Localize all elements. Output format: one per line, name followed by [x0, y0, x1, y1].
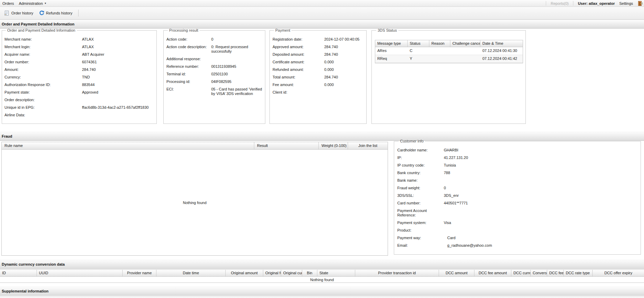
field-label: Action code description: — [166, 45, 211, 54]
field-value: 001311938945 — [211, 64, 263, 69]
column-header[interactable]: Result — [254, 142, 319, 149]
field-value: 0.000 — [324, 60, 364, 64]
column-header[interactable]: DCC amount — [439, 270, 474, 276]
section-header-order-info: Order and Payment Detailed Information — [0, 20, 644, 29]
field-row: 3DS/SSL:3DS_enr — [397, 193, 638, 198]
field-row: Fraud weight:0 — [397, 186, 638, 190]
dcc-table-body: Nothing found — [0, 277, 644, 283]
column-header[interactable]: Rule name — [2, 142, 254, 149]
column-header[interactable]: DCC fee — [547, 270, 564, 276]
menu-reports[interactable]: Reports(0) — [551, 1, 569, 6]
field-row: IP country code:Tunisia — [397, 163, 638, 168]
threeds-status-panel: 3DS Status Message typeStatusReasonChall… — [371, 28, 526, 124]
field-row: Action code description:0: Request proce… — [166, 45, 263, 54]
field-row: IP:41.227.131.20 — [397, 156, 638, 160]
menu-orders[interactable]: Orders — [2, 1, 14, 6]
column-header[interactable]: Weight (0-100) — [319, 142, 348, 149]
field-value: ffac6d8b-313d-4ac2-a271-657af2ff1830 — [82, 105, 154, 110]
field-label: Acquirer name: — [4, 52, 82, 57]
column-header[interactable]: Provider transaction id — [355, 270, 439, 276]
field-row: Certificate amount:0.000 — [273, 60, 364, 64]
field-row: Processing id:04IF082595 — [166, 79, 263, 84]
field-label: Order number: — [4, 60, 82, 64]
column-header[interactable]: Bin — [302, 270, 317, 276]
order-history-button[interactable]: Order history — [1, 9, 36, 17]
field-label: Processing id: — [166, 79, 211, 84]
order-info-fields: Merchant name:ATLAXMerchant login:ATLAXA… — [4, 37, 154, 117]
column-header[interactable]: Original currency — [281, 270, 302, 276]
customer-info-panel: Customer info Cardholder name:GHARBIIP:4… — [394, 139, 641, 255]
field-value: Approved — [82, 90, 154, 95]
menu-administration-label: Administration — [19, 1, 43, 6]
separator — [78, 10, 79, 17]
column-header[interactable]: UUID — [37, 270, 123, 276]
column-header[interactable]: Original amount — [226, 270, 263, 276]
field-row: Bank country:788 — [397, 171, 638, 175]
dcc-table-header: IDUUIDProvider nameDate timeOriginal amo… — [0, 270, 644, 277]
column-header[interactable]: DCC rate type — [564, 270, 593, 276]
table-cell: C — [408, 47, 429, 55]
column-header[interactable]: Status — [408, 40, 429, 47]
field-label: Additional response: — [166, 57, 211, 61]
column-header[interactable]: ID — [0, 270, 37, 276]
field-row: Merchant name:ATLAX — [4, 37, 154, 42]
field-label: Action code: — [166, 37, 211, 42]
column-header[interactable]: Message type — [375, 40, 408, 47]
field-row: Email:g_radhouane@yahoo.com — [397, 243, 638, 248]
payment-legend: Payment — [274, 28, 292, 32]
field-value: 0.000 — [324, 67, 364, 72]
field-label: Payment state: — [4, 90, 82, 95]
fraud-rules-table: Rule nameResultWeight (0-100)Join the li… — [1, 142, 388, 256]
processing-result-legend: Processing result — [168, 28, 200, 32]
field-value — [82, 98, 154, 102]
field-label: Card number: — [397, 201, 444, 205]
field-label: Payment way: — [397, 236, 444, 240]
field-label: Fraud weight: — [397, 186, 444, 190]
field-row: Currency:TND — [4, 75, 154, 79]
table-cell — [429, 47, 450, 55]
table-row: AResC07.12.2024 00:41:30 — [375, 47, 523, 55]
field-row: Action code:0 — [166, 37, 263, 42]
field-value — [211, 57, 263, 61]
column-header[interactable]: Join the list — [348, 142, 388, 149]
field-label: Fee amount: — [273, 83, 324, 87]
menu-administration[interactable]: Administration ▼ — [19, 1, 47, 6]
column-header[interactable]: Date time — [156, 270, 226, 276]
field-row: Merchant login:ATLAX — [4, 45, 154, 49]
field-value: 0: Request processed successfully — [211, 45, 263, 54]
order-history-icon — [4, 10, 10, 16]
refunds-history-button[interactable]: Refunds history — [36, 9, 75, 17]
processing-result-fields: Action code:0Action code description:0: … — [166, 37, 263, 96]
column-header[interactable]: DCC currency — [511, 270, 531, 276]
column-header[interactable]: Conversion — [531, 270, 547, 276]
grid-header-row: Rule nameResultWeight (0-100)Join the li… — [2, 142, 388, 150]
table-cell: 07.12.2024 00:41:42 — [480, 55, 523, 63]
logout-door-icon[interactable] — [637, 1, 643, 6]
table-cell: Y — [408, 55, 429, 63]
field-row: Unique id in EPG:ffac6d8b-313d-4ac2-a271… — [4, 105, 154, 110]
field-label: Bank name: — [397, 178, 444, 183]
column-header[interactable]: DCC fee amount — [474, 270, 511, 276]
column-header[interactable]: Challenge cancel — [450, 40, 480, 47]
dcc-empty-text: Nothing found — [310, 278, 334, 282]
column-header[interactable]: State — [317, 270, 355, 276]
column-header[interactable]: Provider name — [123, 270, 156, 276]
field-value: 05 - Card has passed ‘Verified by VISA’ … — [211, 87, 263, 96]
field-row: Product: — [397, 228, 638, 233]
column-header[interactable]: DCC offer expiry — [593, 270, 644, 276]
field-row: Cardholder name:GHARBI — [397, 148, 638, 152]
field-row: Amount:284.740 — [4, 67, 154, 72]
threeds-status-table: Message typeStatusReasonChallenge cancel… — [375, 40, 523, 63]
field-value: 0.000 — [324, 83, 364, 87]
column-header[interactable]: Date & Time — [480, 40, 523, 47]
field-row: Payment system:Visa — [397, 221, 638, 225]
grid-header-row: Message typeStatusReasonChallenge cancel… — [375, 40, 523, 47]
field-label: Bank country: — [397, 171, 444, 175]
column-header[interactable]: Reason — [429, 40, 450, 47]
field-label: Cardholder name: — [397, 148, 444, 152]
menu-settings[interactable]: Settings — [619, 1, 633, 6]
current-user-label: User: atlax_operator — [578, 1, 615, 6]
chevron-down-icon: ▼ — [44, 2, 47, 4]
payment-panel: Payment Registration date:2024-12-07 00:… — [269, 28, 367, 124]
column-header[interactable]: Original fee — [263, 270, 281, 276]
